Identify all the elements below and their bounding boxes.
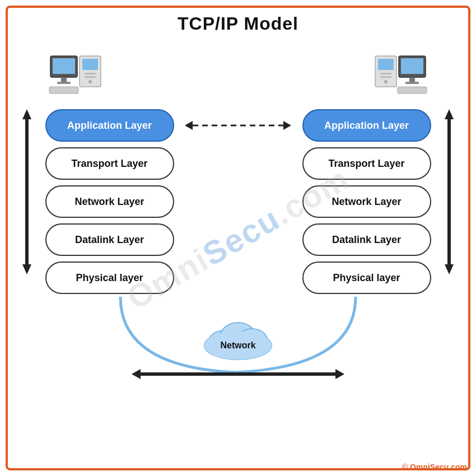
svg-marker-22 [22, 264, 31, 274]
cloud-icon: Network [196, 312, 280, 362]
svg-marker-35 [132, 369, 141, 379]
dashed-arrow-svg [185, 117, 291, 134]
right-transport-layer: Transport Layer [302, 147, 431, 180]
svg-rect-11 [378, 59, 394, 70]
svg-rect-8 [57, 82, 71, 84]
copyright: © OmniSecu.com [402, 463, 467, 472]
left-physical-layer: Physical layer [45, 262, 174, 294]
svg-text:Network: Network [220, 340, 255, 350]
svg-marker-26 [445, 109, 454, 119]
svg-marker-23 [185, 121, 193, 130]
svg-rect-13 [380, 73, 391, 74]
svg-rect-7 [61, 77, 67, 82]
left-transport-layer: Transport Layer [45, 147, 174, 180]
left-computer-icon [45, 50, 112, 101]
svg-rect-9 [49, 87, 78, 94]
svg-rect-16 [401, 58, 423, 74]
svg-point-2 [88, 80, 92, 83]
left-layers-column: Application Layer Transport Layer Networ… [37, 109, 182, 294]
svg-rect-19 [398, 87, 427, 94]
middle-column [182, 109, 294, 142]
svg-marker-25 [283, 121, 291, 130]
svg-rect-36 [141, 372, 335, 376]
right-datalink-layer: Datalink Layer [302, 223, 431, 256]
computers-row [11, 50, 465, 101]
svg-rect-3 [85, 73, 96, 74]
svg-rect-17 [409, 77, 415, 82]
svg-rect-14 [380, 76, 391, 78]
right-app-layer: Application Layer [302, 109, 431, 142]
right-vertical-arrow [439, 109, 459, 274]
left-network-layer: Network Layer [45, 185, 174, 218]
svg-rect-18 [405, 82, 419, 84]
svg-rect-21 [25, 119, 29, 264]
left-datalink-layer: Datalink Layer [45, 223, 174, 256]
right-computer-icon [364, 50, 431, 101]
main-content: Application Layer Transport Layer Networ… [11, 45, 465, 470]
cloud-container: Network [132, 312, 344, 384]
svg-rect-6 [53, 58, 75, 74]
svg-point-12 [384, 80, 388, 83]
right-physical-layer: Physical layer [302, 262, 431, 294]
svg-rect-27 [447, 119, 451, 264]
svg-marker-20 [22, 109, 31, 119]
bottom-arrow-svg [132, 365, 344, 384]
svg-rect-4 [85, 76, 96, 78]
right-layers-column: Application Layer Transport Layer Networ… [294, 109, 439, 294]
left-app-layer: Application Layer [45, 109, 174, 142]
network-section: Network [11, 294, 465, 400]
svg-marker-37 [335, 369, 344, 379]
svg-rect-1 [82, 59, 98, 70]
left-vertical-arrow [17, 109, 37, 274]
right-network-layer: Network Layer [302, 185, 431, 218]
svg-marker-28 [445, 264, 454, 274]
dashed-arrow-container [182, 109, 294, 142]
